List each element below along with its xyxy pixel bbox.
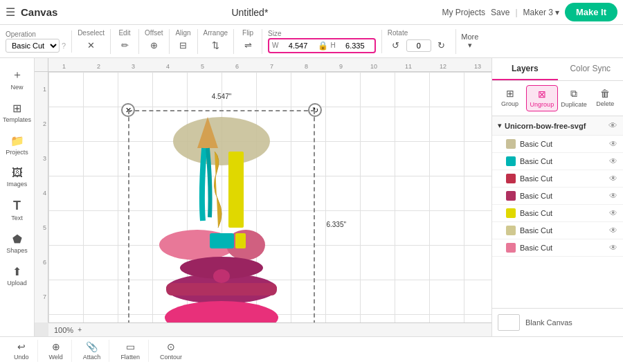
offset-label: Offset <box>145 29 163 37</box>
undo-icon: ↩ <box>17 341 26 352</box>
panel-tabs: Layers Color Sync <box>492 58 623 81</box>
layer-color-6 <box>506 226 516 235</box>
weld-button[interactable]: ⊕ Weld <box>41 340 72 362</box>
duplicate-button[interactable]: ⧉ Duplicate <box>559 85 589 111</box>
sidebar-item-new-label: New <box>10 84 23 91</box>
delete-button[interactable]: 🗑 Delete <box>590 85 620 111</box>
layer-eye-5[interactable]: 👁 <box>609 208 617 218</box>
design-container[interactable]: 4.547" 6.335" ✕ ↻ 🔒 ↗ <box>128 110 315 336</box>
layer-eye-1[interactable]: 👁 <box>609 139 617 149</box>
flatten-button[interactable]: ▭ Flatten <box>112 340 149 362</box>
rotate-input[interactable] <box>406 39 431 52</box>
menu-icon[interactable]: ☰ <box>6 6 15 19</box>
save-button[interactable]: Save <box>491 8 509 17</box>
zoom-in-icon[interactable]: + <box>78 326 82 334</box>
design-svg <box>128 110 315 336</box>
operation-label: Operation <box>6 30 66 38</box>
make-it-button[interactable]: Make It <box>565 3 617 21</box>
layer-item[interactable]: Basic Cut 👁 <box>492 153 623 170</box>
sidebar-item-projects[interactable]: 📁 Projects <box>2 130 33 160</box>
operation-group: Operation Basic Cut ? <box>6 30 72 53</box>
edit-label: Edit <box>118 29 130 37</box>
deselect-button[interactable]: ✕ <box>83 37 100 54</box>
layer-name-1: Basic Cut <box>520 140 605 148</box>
blank-canvas-label: Blank Canvas <box>525 318 572 327</box>
group-name: Unicorn-bow-free-svgf <box>505 122 606 130</box>
arrange-button[interactable]: ⇅ <box>207 37 224 54</box>
sidebar-item-new[interactable]: ＋ New <box>2 64 33 95</box>
projects-icon: 📁 <box>10 134 24 147</box>
zoom-level: 100% <box>54 326 73 334</box>
flip-button[interactable]: ⇌ <box>240 37 256 54</box>
panel-actions: ⊞ Group ⊠ Ungroup ⧉ Duplicate 🗑 Delete <box>492 81 623 116</box>
edit-button[interactable]: ✏ <box>116 37 133 54</box>
edit-group: Edit ✏ <box>116 29 139 54</box>
rotate-ccw-icon[interactable]: ↺ <box>388 37 404 54</box>
layer-eye-7[interactable]: 👁 <box>609 243 617 253</box>
lock-icon[interactable]: 🔒 <box>318 41 328 51</box>
flatten-icon: ▭ <box>126 341 135 352</box>
operation-help-icon[interactable]: ? <box>62 42 66 50</box>
sidebar-item-images[interactable]: 🖼 Images <box>2 163 33 192</box>
weld-label: Weld <box>49 354 63 361</box>
ruler-corner <box>35 58 48 72</box>
rotate-cw-icon[interactable]: ↻ <box>433 37 450 54</box>
width-input[interactable] <box>282 41 315 51</box>
sidebar-item-upload[interactable]: ⬆ Upload <box>2 261 33 291</box>
height-label: H <box>331 42 336 49</box>
layer-name-5: Basic Cut <box>520 209 605 217</box>
flip-group: Flip ⇌ <box>240 29 262 54</box>
sidebar-item-templates[interactable]: ⊞ Templates <box>2 98 33 127</box>
operation-select[interactable]: Basic Cut <box>6 39 60 53</box>
tab-layers[interactable]: Layers <box>492 58 558 80</box>
group-icon: ⊞ <box>506 88 514 99</box>
sidebar-item-text[interactable]: T Text <box>2 194 33 226</box>
align-button[interactable]: ⊟ <box>175 37 192 54</box>
my-projects-button[interactable]: My Projects <box>442 8 485 17</box>
top-bar-left: ☰ Canvas <box>6 6 57 19</box>
right-panel: Layers Color Sync ⊞ Group ⊠ Ungroup ⧉ Du… <box>491 58 623 336</box>
tab-color-sync[interactable]: Color Sync <box>558 58 624 80</box>
undo-label: Undo <box>14 354 29 361</box>
canvas-grid: 4.547" 6.335" ✕ ↻ 🔒 ↗ <box>48 72 491 322</box>
group-eye-icon[interactable]: 👁 <box>608 120 617 131</box>
layer-item[interactable]: Basic Cut 👁 <box>492 170 623 188</box>
maker-selector[interactable]: Maker 3 ▾ <box>523 8 559 17</box>
undo-button[interactable]: ↩ Undo <box>6 340 38 362</box>
divider: | <box>515 8 517 17</box>
layer-eye-6[interactable]: 👁 <box>609 226 617 235</box>
layer-group-header[interactable]: ▾ Unicorn-bow-free-svgf 👁 <box>492 116 623 136</box>
offset-button[interactable]: ⊕ <box>145 37 162 54</box>
blank-canvas-swatch <box>498 314 520 331</box>
layer-item[interactable]: Basic Cut 👁 <box>492 222 623 239</box>
templates-icon: ⊞ <box>12 102 21 115</box>
top-bar: ☰ Canvas Untitled* My Projects Save | Ma… <box>0 0 623 25</box>
canvas-area[interactable]: 1 2 3 4 5 6 7 8 9 10 11 12 13 1 2 3 4 <box>35 58 491 336</box>
layer-name-6: Basic Cut <box>520 226 605 235</box>
group-button[interactable]: ⊞ Group <box>495 85 525 111</box>
layer-eye-4[interactable]: 👁 <box>609 191 617 201</box>
layer-name-4: Basic Cut <box>520 192 605 200</box>
layer-eye-2[interactable]: 👁 <box>609 156 617 166</box>
layer-item[interactable]: Basic Cut 👁 <box>492 205 623 222</box>
layer-item[interactable]: Basic Cut 👁 <box>492 136 623 153</box>
layer-item[interactable]: Basic Cut 👁 <box>492 188 623 205</box>
layer-color-1 <box>506 139 516 149</box>
offset-group: Offset ⊕ <box>145 29 170 54</box>
height-input[interactable] <box>338 41 372 51</box>
upload-icon: ⬆ <box>12 265 21 278</box>
top-bar-right: My Projects Save | Maker 3 ▾ Make It <box>442 3 617 21</box>
contour-button[interactable]: ⊙ Contour <box>152 340 190 362</box>
svg-rect-2 <box>228 152 244 228</box>
attach-icon: 📎 <box>86 341 98 352</box>
group-chevron-icon: ▾ <box>498 121 502 130</box>
layer-item[interactable]: Basic Cut 👁 <box>492 239 623 257</box>
deselect-group: Deselect ✕ <box>78 29 111 54</box>
attach-label: Attach <box>83 354 101 361</box>
layer-eye-3[interactable]: 👁 <box>609 174 617 183</box>
ungroup-button[interactable]: ⊠ Ungroup <box>526 85 557 111</box>
attach-button[interactable]: 📎 Attach <box>75 340 110 362</box>
more-button[interactable]: More ▾ <box>462 33 478 50</box>
delete-label: Delete <box>596 100 614 107</box>
sidebar-item-shapes[interactable]: ⬟ Shapes <box>2 228 33 258</box>
